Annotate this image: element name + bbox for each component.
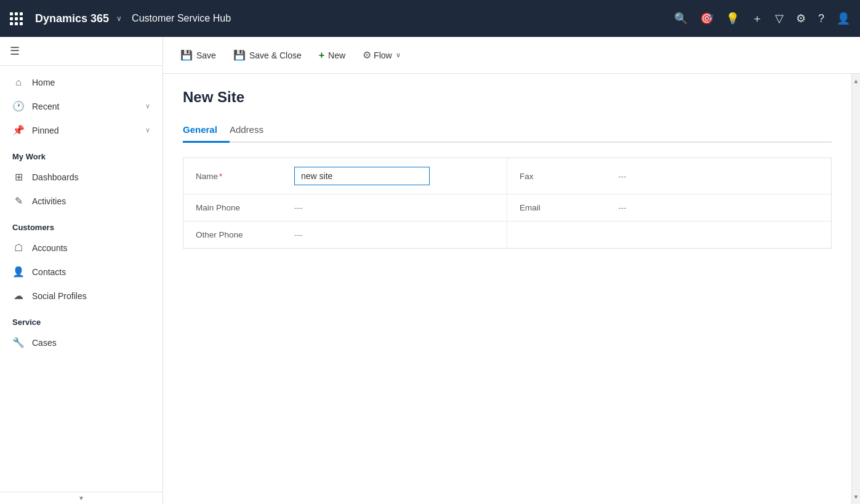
top-navigation: Dynamics 365 ∨ Customer Service Hub 🔍 🎯 … (0, 0, 860, 37)
filter-icon[interactable]: ▽ (775, 12, 784, 25)
sidebar-social-profiles-label: Social Profiles (32, 291, 150, 301)
top-nav-left: Dynamics 365 ∨ Customer Service Hub (10, 12, 674, 25)
sidebar-cases-label: Cases (32, 338, 150, 348)
form-row-other-phone: Other Phone --- (183, 222, 831, 248)
main-phone-value[interactable]: --- (294, 203, 494, 212)
user-icon[interactable]: 👤 (837, 12, 850, 25)
scroll-up-arrow[interactable]: ▲ (853, 74, 859, 88)
name-required-star: * (219, 172, 222, 181)
social-profiles-icon: ☁ (12, 290, 25, 302)
sidebar-item-contacts[interactable]: 👤 Contacts (0, 260, 163, 284)
sidebar-nav: ⌂ Home 🕐 Recent ∨ 📌 Pinned ∨ My Work ⊞ D… (0, 66, 163, 492)
sidebar-item-recent[interactable]: 🕐 Recent ∨ (0, 94, 163, 118)
new-button[interactable]: + New (311, 46, 353, 65)
flow-icon: ⚙ (363, 49, 371, 61)
flow-label: Flow (374, 50, 392, 60)
home-icon: ⌂ (12, 77, 25, 88)
sidebar-header: ☰ (0, 37, 163, 66)
sidebar-accounts-label: Accounts (32, 243, 150, 253)
hamburger-icon[interactable]: ☰ (10, 45, 20, 57)
form-cell-other-phone: Other Phone --- (183, 222, 507, 248)
form-area: New Site General Address (163, 74, 851, 504)
sidebar-item-pinned[interactable]: 📌 Pinned ∨ (0, 118, 163, 142)
activities-icon: ✎ (12, 195, 25, 207)
target-icon[interactable]: 🎯 (700, 12, 713, 25)
scroll-down-arrow[interactable]: ▼ (853, 490, 859, 504)
save-button[interactable]: 💾 Save (173, 45, 223, 65)
cases-icon: 🔧 (12, 337, 25, 348)
right-scrollbar[interactable]: ▲ ▼ (851, 74, 860, 504)
email-value[interactable]: --- (618, 203, 819, 212)
fax-label: Fax (520, 172, 618, 181)
main-content: 💾 Save 💾 Save & Close + New ⚙ Flow ∨ New… (163, 37, 860, 504)
new-label: New (328, 50, 345, 60)
flow-button[interactable]: ⚙ Flow ∨ (355, 45, 408, 65)
pinned-icon: 📌 (12, 124, 25, 136)
module-name: Customer Service Hub (132, 13, 231, 24)
app-dropdown-chevron[interactable]: ∨ (116, 14, 122, 23)
save-close-icon: 💾 (233, 49, 246, 61)
fax-value[interactable]: --- (618, 172, 819, 181)
form-cell-fax: Fax --- (507, 158, 831, 194)
save-close-label: Save & Close (249, 50, 302, 60)
sidebar-pinned-label: Pinned (32, 126, 138, 135)
main-phone-label: Main Phone (196, 203, 294, 212)
sidebar-item-cases[interactable]: 🔧 Cases (0, 330, 163, 354)
new-icon: + (319, 50, 324, 61)
service-section-title: Service (0, 308, 163, 330)
sidebar-dashboards-label: Dashboards (32, 172, 150, 182)
sidebar: ☰ ⌂ Home 🕐 Recent ∨ 📌 Pinned ∨ My Work ⊞… (0, 37, 163, 504)
flow-chevron-icon: ∨ (396, 51, 401, 59)
save-label: Save (196, 50, 216, 60)
sidebar-item-home[interactable]: ⌂ Home (0, 71, 163, 94)
contacts-icon: 👤 (12, 266, 25, 278)
sidebar-recent-label: Recent (32, 102, 138, 111)
sidebar-item-dashboards[interactable]: ⊞ Dashboards (0, 165, 163, 189)
sidebar-home-label: Home (32, 78, 150, 87)
top-nav-right: 🔍 🎯 💡 ＋ ▽ ⚙ ? 👤 (674, 11, 850, 26)
save-icon: 💾 (180, 49, 193, 61)
form-cell-email: Email --- (507, 194, 831, 221)
mywork-section-title: My Work (0, 142, 163, 165)
form-cell-main-phone: Main Phone --- (183, 194, 507, 221)
form-title: New Site (183, 89, 832, 106)
sidebar-item-accounts[interactable]: ☖ Accounts (0, 236, 163, 260)
accounts-icon: ☖ (12, 242, 25, 254)
search-icon[interactable]: 🔍 (674, 12, 688, 25)
toolbar: 💾 Save 💾 Save & Close + New ⚙ Flow ∨ (163, 37, 860, 74)
content-area: ☰ ⌂ Home 🕐 Recent ∨ 📌 Pinned ∨ My Work ⊞… (0, 37, 860, 504)
form-row-phone-email: Main Phone --- Email --- (183, 194, 831, 222)
other-phone-value[interactable]: --- (294, 230, 494, 239)
sidebar-item-activities[interactable]: ✎ Activities (0, 189, 163, 213)
sidebar-item-social-profiles[interactable]: ☁ Social Profiles (0, 284, 163, 308)
dashboards-icon: ⊞ (12, 171, 25, 183)
form-cell-name: Name* (183, 158, 507, 194)
sidebar-contacts-label: Contacts (32, 267, 150, 277)
recent-icon: 🕐 (12, 100, 25, 112)
waffle-menu-icon[interactable] (10, 12, 23, 25)
settings-icon[interactable]: ⚙ (796, 12, 806, 25)
form-row-name-fax: Name* Fax --- (183, 158, 831, 194)
app-name[interactable]: Dynamics 365 (35, 12, 109, 25)
add-icon[interactable]: ＋ (752, 11, 763, 26)
name-label: Name* (196, 172, 294, 181)
form-cell-empty (507, 222, 831, 248)
customers-section-title: Customers (0, 213, 163, 236)
name-input[interactable] (294, 167, 430, 185)
lightbulb-icon[interactable]: 💡 (726, 12, 739, 25)
form-section-general: Name* Fax --- Main Phone --- (183, 158, 832, 249)
pinned-chevron-icon: ∨ (145, 126, 150, 134)
tab-general[interactable]: General (183, 118, 230, 143)
recent-chevron-icon: ∨ (145, 102, 150, 110)
tab-address[interactable]: Address (230, 118, 276, 143)
help-icon[interactable]: ? (818, 12, 824, 25)
sidebar-scroll-down[interactable]: ▼ (0, 492, 163, 504)
sidebar-activities-label: Activities (32, 196, 150, 206)
save-close-button[interactable]: 💾 Save & Close (226, 45, 309, 65)
other-phone-label: Other Phone (196, 230, 294, 239)
form-tabs: General Address (183, 118, 832, 143)
email-label: Email (520, 203, 618, 212)
